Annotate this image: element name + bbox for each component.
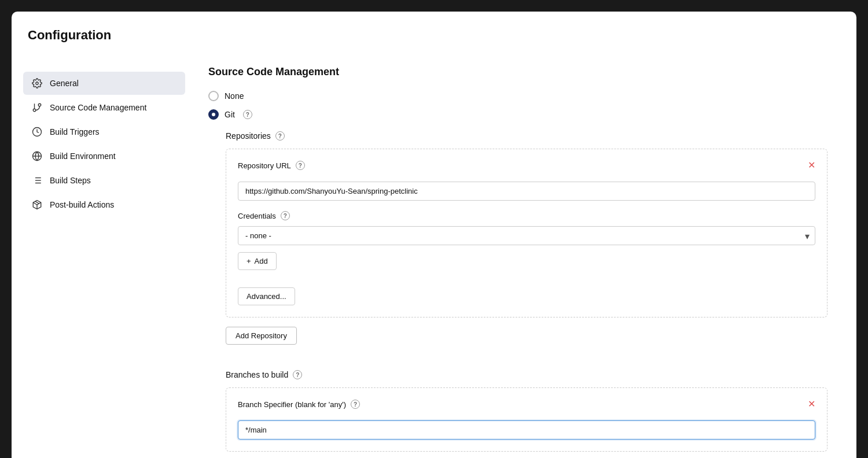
repo-url-help-icon[interactable]: ? <box>296 161 305 170</box>
remove-branch-button[interactable]: ✕ <box>808 400 815 409</box>
radio-git-circle <box>208 109 219 120</box>
repositories-label: Repositories ? <box>226 131 827 141</box>
radio-git[interactable]: Git ? <box>208 109 827 120</box>
sidebar-item-general-label: General <box>50 79 79 88</box>
branch-specifier-header: Branch Specifier (blank for 'any') ? ✕ <box>238 400 815 415</box>
add-repository-button[interactable]: Add Repository <box>226 327 297 345</box>
git-help-icon[interactable]: ? <box>243 110 252 119</box>
configuration-window: Configuration General <box>12 12 856 458</box>
branch-specifier-help-icon[interactable]: ? <box>351 400 360 409</box>
sidebar-item-post-build-label: Post-build Actions <box>50 200 114 209</box>
radio-git-label: Git <box>225 110 235 119</box>
svg-point-0 <box>36 82 39 85</box>
add-repo-section: Add Repository <box>226 327 827 356</box>
repositories-help-icon[interactable]: ? <box>275 131 285 141</box>
sidebar: General Source Code Management <box>23 66 185 458</box>
package-icon <box>31 199 43 210</box>
radio-none[interactable]: None <box>208 91 827 101</box>
section-title: Source Code Management <box>208 66 827 78</box>
branch-icon <box>31 102 43 113</box>
repo-url-label: Repository URL ? <box>238 161 305 170</box>
radio-none-label: None <box>225 91 244 101</box>
add-credentials-button[interactable]: + Add <box>238 252 277 270</box>
page-title: Configuration <box>12 12 856 49</box>
advanced-section: Advanced... <box>238 279 815 305</box>
sidebar-item-build-triggers[interactable]: Build Triggers <box>23 120 185 143</box>
svg-point-2 <box>38 104 41 106</box>
credentials-section: Credentials ? - none - ▾ + Add <box>238 211 815 270</box>
branch-specifier-label: Branch Specifier (blank for 'any') ? <box>238 400 360 409</box>
sidebar-item-build-environment-label: Build Environment <box>50 152 116 161</box>
credentials-select-wrapper: - none - ▾ <box>238 226 815 245</box>
svg-point-3 <box>33 109 36 112</box>
radio-none-circle <box>208 91 219 101</box>
sidebar-item-build-steps-label: Build Steps <box>50 176 91 185</box>
repo-url-header: Repository URL ? ✕ <box>238 161 815 176</box>
advanced-button[interactable]: Advanced... <box>238 287 295 305</box>
branches-help-icon[interactable]: ? <box>293 370 302 379</box>
globe-icon <box>31 150 43 162</box>
scm-radio-group: None Git ? <box>208 91 827 120</box>
sidebar-item-build-triggers-label: Build Triggers <box>50 127 100 136</box>
git-section: Repositories ? Repository URL ? ✕ <box>208 131 827 458</box>
sidebar-item-post-build[interactable]: Post-build Actions <box>23 193 185 216</box>
plus-icon: + <box>247 257 251 265</box>
sidebar-item-source-code-label: Source Code Management <box>50 103 146 112</box>
sidebar-item-build-steps[interactable]: Build Steps <box>23 169 185 192</box>
repository-box: Repository URL ? ✕ Credentials ? <box>226 149 827 317</box>
sidebar-item-build-environment[interactable]: Build Environment <box>23 145 185 168</box>
clock-icon <box>31 126 43 138</box>
gear-icon <box>31 77 43 89</box>
main-content: Source Code Management None Git ? Reposi… <box>185 66 839 458</box>
sidebar-item-general[interactable]: General <box>23 72 185 95</box>
credentials-label: Credentials ? <box>238 211 815 220</box>
credentials-select[interactable]: - none - <box>238 226 815 245</box>
branch-specifier-input[interactable] <box>238 420 815 439</box>
credentials-help-icon[interactable]: ? <box>281 211 290 220</box>
svg-line-13 <box>35 201 39 204</box>
sidebar-item-source-code[interactable]: Source Code Management <box>23 96 185 119</box>
branches-label: Branches to build ? <box>226 370 827 379</box>
repo-url-input[interactable] <box>238 182 815 201</box>
remove-repo-button[interactable]: ✕ <box>808 161 815 170</box>
branch-box: Branch Specifier (blank for 'any') ? ✕ <box>226 387 827 452</box>
list-icon <box>31 175 43 186</box>
